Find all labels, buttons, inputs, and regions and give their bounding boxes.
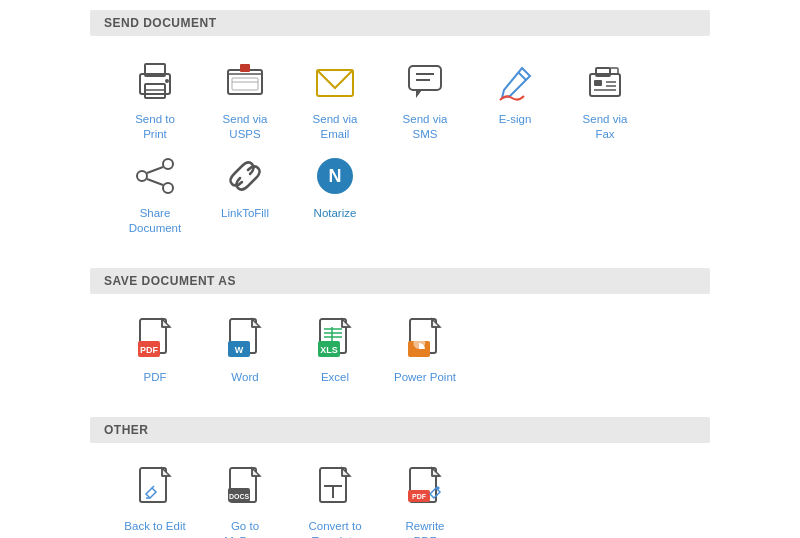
save-document-header: SAVE DOCUMENT AS <box>90 268 710 294</box>
svg-text:W: W <box>235 345 244 355</box>
main-container: SEND DOCUMENT Send toPrint <box>90 10 710 538</box>
e-sign-label: E-sign <box>499 112 532 127</box>
rewrite-pdf-button[interactable]: PDF RewritePDF <box>380 463 470 538</box>
mydocs-icon: DOCS <box>219 463 271 515</box>
svg-marker-15 <box>416 90 422 98</box>
svg-rect-12 <box>409 66 441 90</box>
svg-text:DOCS: DOCS <box>229 493 250 500</box>
printer-icon <box>129 56 181 108</box>
other-section: OTHER Back to Edit <box>90 417 710 538</box>
convert-to-template-label: Convert toTemplate <box>308 519 361 538</box>
send-document-header: SEND DOCUMENT <box>90 10 710 36</box>
send-via-sms-label: Send viaSMS <box>403 112 448 142</box>
svg-point-5 <box>165 79 169 83</box>
notarize-label: Notarize <box>314 206 357 221</box>
save-powerpoint-button[interactable]: Power Point <box>380 314 470 385</box>
send-via-email-label: Send viaEmail <box>313 112 358 142</box>
svg-rect-20 <box>594 80 602 86</box>
save-word-button[interactable]: W Word <box>200 314 290 385</box>
template-icon <box>309 463 361 515</box>
save-word-label: Word <box>231 370 258 385</box>
svg-text:XLS: XLS <box>320 345 338 355</box>
svg-rect-11 <box>317 70 353 96</box>
svg-text:PDF: PDF <box>412 493 427 500</box>
back-to-edit-label: Back to Edit <box>124 519 185 534</box>
esign-icon <box>489 56 541 108</box>
save-pdf-button[interactable]: PDF PDF <box>110 314 200 385</box>
other-header: OTHER <box>90 417 710 443</box>
share-icon <box>129 150 181 202</box>
email-icon <box>309 56 361 108</box>
svg-point-25 <box>137 171 147 181</box>
share-document-label: ShareDocument <box>129 206 181 236</box>
convert-to-template-button[interactable]: Convert toTemplate <box>290 463 380 538</box>
send-via-fax-button[interactable]: Send viaFax <box>560 56 650 142</box>
link-icon <box>219 150 271 202</box>
usps-icon <box>219 56 271 108</box>
e-sign-button[interactable]: E-sign <box>470 56 560 142</box>
other-grid: Back to Edit DOCS Go toMyDocs <box>90 453 710 538</box>
back-to-edit-button[interactable]: Back to Edit <box>110 463 200 538</box>
go-to-mydocs-label: Go toMyDocs <box>224 519 266 538</box>
svg-line-28 <box>147 179 163 185</box>
save-document-section: SAVE DOCUMENT AS PDF PDF <box>90 268 710 409</box>
send-document-grid: Send toPrint Send viaUSPS <box>90 46 710 260</box>
svg-rect-9 <box>232 78 258 90</box>
send-via-email-button[interactable]: Send viaEmail <box>290 56 380 142</box>
sms-icon <box>399 56 451 108</box>
go-to-mydocs-button[interactable]: DOCS Go toMyDocs <box>200 463 290 538</box>
pdf-icon: PDF <box>129 314 181 366</box>
save-document-grid: PDF PDF W Word <box>90 304 710 409</box>
svg-rect-2 <box>145 84 165 98</box>
svg-line-16 <box>518 72 526 80</box>
notarize-button[interactable]: N Notarize <box>290 150 380 236</box>
rewrite-pdf-label: RewritePDF <box>406 519 445 538</box>
save-powerpoint-label: Power Point <box>394 370 456 385</box>
share-document-button[interactable]: ShareDocument <box>110 150 200 236</box>
link-to-fill-button[interactable]: LinkToFill <box>200 150 290 236</box>
send-via-sms-button[interactable]: Send viaSMS <box>380 56 470 142</box>
powerpoint-icon <box>399 314 451 366</box>
rewritepdf-icon: PDF <box>399 463 451 515</box>
svg-point-26 <box>163 183 173 193</box>
save-pdf-label: PDF <box>144 370 167 385</box>
svg-text:N: N <box>329 166 342 186</box>
link-to-fill-label: LinkToFill <box>221 206 269 221</box>
svg-line-62 <box>152 486 154 488</box>
send-document-section: SEND DOCUMENT Send toPrint <box>90 10 710 260</box>
send-to-print-button[interactable]: Send toPrint <box>110 56 200 142</box>
svg-rect-7 <box>240 64 250 72</box>
svg-line-27 <box>147 167 163 173</box>
fax-icon <box>579 56 631 108</box>
svg-point-24 <box>163 159 173 169</box>
send-via-fax-label: Send viaFax <box>583 112 628 142</box>
send-via-usps-button[interactable]: Send viaUSPS <box>200 56 290 142</box>
save-excel-label: Excel <box>321 370 349 385</box>
send-via-usps-label: Send viaUSPS <box>223 112 268 142</box>
word-icon: W <box>219 314 271 366</box>
svg-text:PDF: PDF <box>140 345 159 355</box>
backtoedit-icon <box>129 463 181 515</box>
excel-icon: XLS <box>309 314 361 366</box>
notarize-icon: N <box>309 150 361 202</box>
save-excel-button[interactable]: XLS Excel <box>290 314 380 385</box>
send-to-print-label: Send toPrint <box>135 112 175 142</box>
